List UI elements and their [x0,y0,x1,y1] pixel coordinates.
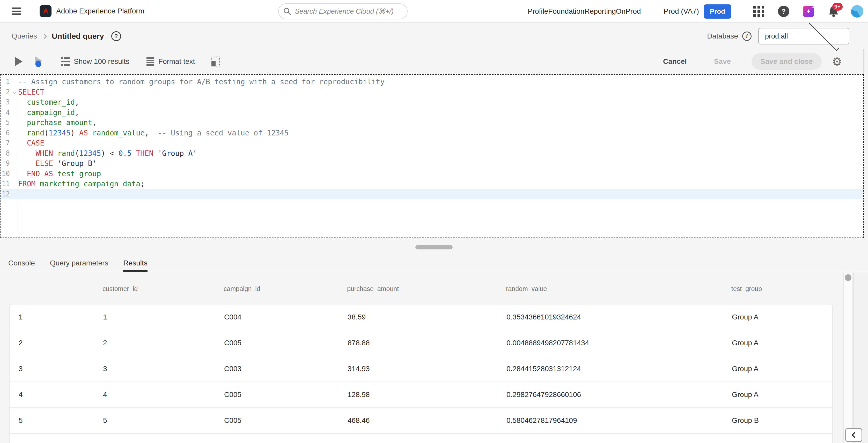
table-cell: 0.35343661019324624 [498,313,723,321]
column-header[interactable]: customer_id [94,285,215,293]
query-help-icon[interactable]: ? [111,31,121,41]
hamburger-menu-icon[interactable] [12,7,21,15]
table-cell: 314.93 [339,365,498,373]
settings-gear-icon[interactable]: ⚙ [832,55,842,68]
chevron-right-icon [42,34,46,38]
cancel-button[interactable]: Cancel [663,57,687,66]
scrollbar-thumb[interactable] [845,274,851,281]
search-icon [283,7,291,15]
notifications-bell[interactable]: 9+ [828,5,840,18]
tab-query-parameters[interactable]: Query parameters [50,254,108,272]
gutter-divider [18,75,18,238]
global-search[interactable] [278,3,408,20]
code-text: SELECT [14,87,44,97]
code-line[interactable]: 6 rand(12345) AS random_value, -- Using … [1,128,863,138]
database-dropdown[interactable]: prod:all [758,28,849,44]
line-number: 4 [1,107,14,118]
right-rail [854,273,868,443]
ai-assistant-icon[interactable]: ✦✦ [803,6,814,17]
table-row[interactable]: 33C003314.930.28441528031312124Group A [10,356,832,382]
database-selected-value: prod:all [765,32,804,40]
panel-resize-handle[interactable] [415,245,453,249]
code-text: ELSE 'Group B' [14,159,96,169]
avatar[interactable] [851,5,863,18]
tab-results[interactable]: Results [123,254,147,272]
save-and-close-button[interactable]: Save and close [751,53,822,70]
table-cell: 1 [10,313,94,321]
table-cell: 5 [10,416,94,424]
table-cell: Group A [723,390,833,399]
code-line[interactable]: 10 END AS test_group [1,169,863,179]
prod-badge[interactable]: Prod [704,4,731,19]
page-title: Untitled query [52,32,104,41]
query-editor-page: A Adobe Experience Platform ProfileFound… [0,0,868,443]
table-cell: C005 [215,339,339,347]
adobe-logo-icon[interactable]: A [40,5,52,17]
format-text-button[interactable]: Format text [147,57,195,66]
code-line[interactable]: 1-- Assign customers to random groups fo… [1,77,863,87]
code-line[interactable]: 2⌄SELECT [1,87,863,97]
table-cell: 0.28441528031312124 [498,365,723,373]
breadcrumb-queries-link[interactable]: Queries [12,32,37,40]
code-text: WHEN rand(12345) < 0.5 THEN 'Group A' [14,148,197,159]
table-cell: 1 [94,313,215,321]
help-icon[interactable]: ? [778,6,789,17]
line-number: 12 [1,189,14,200]
column-header[interactable]: random_value [497,285,722,293]
info-icon[interactable]: i [742,32,751,41]
show-results-button[interactable]: Show 100 results [61,57,129,66]
column-header[interactable]: test_group [722,285,833,293]
code-line[interactable]: 3 customer_id, [1,97,863,107]
results-panel: customer_id campaign_id purchase_amount … [0,273,868,443]
editor-toolbar: Show 100 results Format text Cancel Save… [0,49,868,74]
line-number: 1 [1,77,14,87]
line-number: 9 [1,159,14,169]
table-cell: 468.46 [339,416,498,424]
code-text: CASE [14,138,44,148]
search-input[interactable] [295,7,402,15]
line-number: 7 [1,138,14,148]
fold-chevron-icon[interactable]: ⌄ [13,87,16,96]
code-line[interactable]: 11FROM marketing_campaign_data; [1,179,863,189]
code-text: purchase_amount, [14,117,96,128]
collapse-panel-button[interactable] [845,428,862,442]
run-query-button[interactable] [15,57,23,66]
table-row[interactable]: 11C00438.590.35343661019324624Group A [10,304,832,330]
results-scrollbar[interactable] [843,273,852,443]
table-cell: 2 [10,339,94,347]
line-number: 5 [1,117,14,128]
code-line[interactable]: 8 WHEN rand(12345) < 0.5 THEN 'Group A' [1,148,863,159]
code-line[interactable]: 12 [1,189,863,200]
table-row[interactable]: 22C005878.880.0048889498207781434Group A [10,330,832,356]
column-header[interactable]: purchase_amount [338,285,497,293]
tab-console[interactable]: Console [8,254,35,272]
table-cell: C003 [215,365,339,373]
run-selected-button[interactable] [35,56,44,67]
column-header[interactable]: campaign_id [215,285,338,293]
table-row[interactable]: 55C005468.460.5804627817964109Group B [10,408,832,434]
line-number: 3 [1,97,14,107]
save-button[interactable]: Save [714,57,731,66]
sql-editor[interactable]: 1-- Assign customers to random groups fo… [0,74,864,238]
selection-mode-icon[interactable] [211,57,220,66]
line-number: 8 [1,148,14,159]
table-cell: 2 [94,339,215,347]
table-cell: 5 [94,416,215,424]
org-name[interactable]: ProfileFoundationReportingOnProd [528,7,641,15]
code-line[interactable]: 7 CASE [1,138,863,148]
code-text: rand(12345) AS random_value, -- Using a … [14,128,288,138]
table-cell: 0.0048889498207781434 [498,339,723,347]
code-line[interactable]: 4 campaign_id, [1,107,863,118]
database-label: Database [707,32,738,40]
nav-right: ProfileFoundationReportingOnProd Prod (V… [528,0,863,23]
table-cell: 878.88 [339,339,498,347]
table-row[interactable]: 44C005128.980.29827647928660106Group A [10,382,832,408]
code-text: customer_id, [14,97,79,107]
code-line[interactable]: 5 purchase_amount, [1,117,863,128]
app-switcher-icon[interactable] [753,6,765,17]
code-text: FROM marketing_campaign_data; [14,179,145,189]
table-cell: 38.59 [339,313,498,321]
code-line[interactable]: 9 ELSE 'Group B' [1,159,863,169]
format-lines-icon [147,57,154,66]
table-cell: 4 [10,390,94,399]
